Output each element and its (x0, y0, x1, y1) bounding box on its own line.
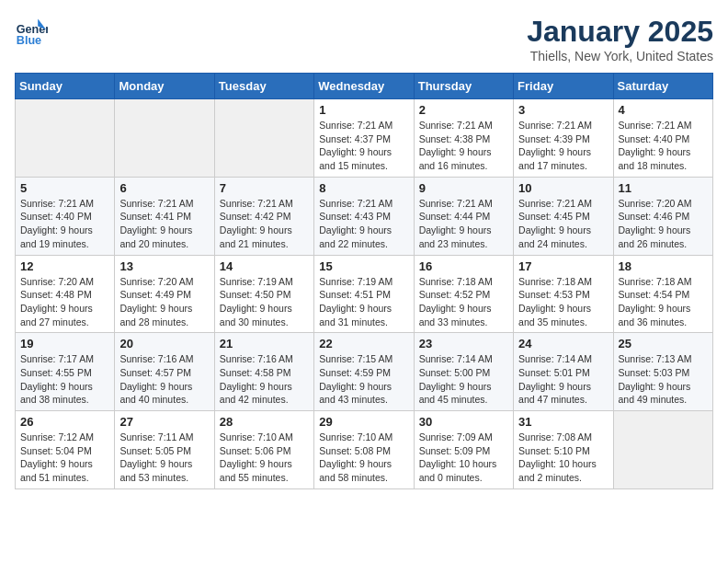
day-cell: 22Sunrise: 7:15 AM Sunset: 4:59 PM Dayli… (314, 333, 414, 411)
day-number: 12 (20, 259, 109, 273)
day-cell: 25Sunrise: 7:13 AM Sunset: 5:03 PM Dayli… (613, 333, 712, 411)
day-number: 24 (518, 337, 608, 350)
day-cell: 10Sunrise: 7:21 AM Sunset: 4:45 PM Dayli… (514, 177, 613, 255)
day-info: Sunrise: 7:21 AM Sunset: 4:38 PM Dayligh… (419, 119, 508, 173)
day-header-wednesday: Wednesday (314, 74, 414, 99)
day-cell: 31Sunrise: 7:08 AM Sunset: 5:10 PM Dayli… (514, 411, 613, 489)
day-info: Sunrise: 7:20 AM Sunset: 4:48 PM Dayligh… (20, 275, 109, 329)
day-info: Sunrise: 7:19 AM Sunset: 4:50 PM Dayligh… (220, 275, 309, 329)
day-number: 10 (518, 181, 608, 195)
day-header-tuesday: Tuesday (214, 74, 313, 99)
day-info: Sunrise: 7:15 AM Sunset: 4:59 PM Dayligh… (319, 352, 408, 407)
day-info: Sunrise: 7:21 AM Sunset: 4:45 PM Dayligh… (518, 197, 608, 251)
day-number: 21 (220, 337, 309, 350)
day-info: Sunrise: 7:18 AM Sunset: 4:52 PM Dayligh… (419, 275, 508, 329)
day-number: 30 (419, 415, 508, 429)
day-number: 7 (220, 181, 309, 195)
day-cell: 21Sunrise: 7:16 AM Sunset: 4:58 PM Dayli… (214, 333, 313, 411)
day-info: Sunrise: 7:21 AM Sunset: 4:39 PM Dayligh… (518, 119, 608, 173)
day-info: Sunrise: 7:14 AM Sunset: 5:01 PM Dayligh… (518, 352, 608, 407)
day-info: Sunrise: 7:18 AM Sunset: 4:54 PM Dayligh… (619, 275, 708, 329)
day-number: 16 (419, 259, 508, 273)
day-number: 25 (619, 337, 708, 350)
day-cell: 16Sunrise: 7:18 AM Sunset: 4:52 PM Dayli… (414, 255, 513, 333)
day-cell: 5Sunrise: 7:21 AM Sunset: 4:40 PM Daylig… (16, 177, 115, 255)
day-number: 20 (119, 337, 209, 350)
day-number: 15 (319, 259, 408, 273)
day-number: 28 (220, 415, 309, 429)
day-cell: 6Sunrise: 7:21 AM Sunset: 4:41 PM Daylig… (115, 177, 214, 255)
day-number: 26 (20, 415, 109, 429)
day-header-sunday: Sunday (16, 74, 115, 99)
calendar-table: SundayMondayTuesdayWednesdayThursdayFrid… (15, 73, 713, 489)
day-info: Sunrise: 7:19 AM Sunset: 4:51 PM Dayligh… (319, 275, 408, 329)
week-row-5: 26Sunrise: 7:12 AM Sunset: 5:04 PM Dayli… (16, 411, 713, 489)
day-cell: 1Sunrise: 7:21 AM Sunset: 4:37 PM Daylig… (314, 99, 414, 178)
day-cell: 14Sunrise: 7:19 AM Sunset: 4:50 PM Dayli… (214, 255, 313, 333)
day-info: Sunrise: 7:10 AM Sunset: 5:06 PM Dayligh… (220, 431, 309, 485)
day-number: 14 (220, 259, 309, 273)
day-info: Sunrise: 7:21 AM Sunset: 4:44 PM Dayligh… (419, 197, 508, 251)
day-number: 4 (619, 103, 708, 117)
day-cell: 7Sunrise: 7:21 AM Sunset: 4:42 PM Daylig… (214, 177, 313, 255)
day-info: Sunrise: 7:21 AM Sunset: 4:43 PM Dayligh… (319, 197, 408, 251)
day-info: Sunrise: 7:17 AM Sunset: 4:55 PM Dayligh… (20, 352, 109, 407)
day-cell: 20Sunrise: 7:16 AM Sunset: 4:57 PM Dayli… (115, 333, 214, 411)
day-number: 1 (319, 103, 408, 117)
day-number: 2 (419, 103, 508, 117)
day-cell: 29Sunrise: 7:10 AM Sunset: 5:08 PM Dayli… (314, 411, 414, 489)
day-number: 19 (20, 337, 109, 350)
week-row-4: 19Sunrise: 7:17 AM Sunset: 4:55 PM Dayli… (16, 333, 713, 411)
day-number: 17 (518, 259, 608, 273)
day-cell: 13Sunrise: 7:20 AM Sunset: 4:49 PM Dayli… (115, 255, 214, 333)
day-header-friday: Friday (514, 74, 613, 99)
location: Thiells, New York, United States (527, 49, 713, 63)
day-cell (115, 99, 214, 178)
day-info: Sunrise: 7:16 AM Sunset: 4:58 PM Dayligh… (220, 352, 309, 407)
day-cell: 12Sunrise: 7:20 AM Sunset: 4:48 PM Dayli… (16, 255, 115, 333)
week-row-3: 12Sunrise: 7:20 AM Sunset: 4:48 PM Dayli… (16, 255, 713, 333)
day-cell: 15Sunrise: 7:19 AM Sunset: 4:51 PM Dayli… (314, 255, 414, 333)
day-number: 6 (119, 181, 209, 195)
month-title: January 2025 (527, 15, 713, 49)
day-info: Sunrise: 7:13 AM Sunset: 5:03 PM Dayligh… (619, 352, 708, 407)
day-number: 8 (319, 181, 408, 195)
day-number: 11 (619, 181, 708, 195)
day-cell: 23Sunrise: 7:14 AM Sunset: 5:00 PM Dayli… (414, 333, 513, 411)
day-cell (613, 411, 712, 489)
day-info: Sunrise: 7:21 AM Sunset: 4:37 PM Dayligh… (319, 119, 408, 173)
day-cell: 19Sunrise: 7:17 AM Sunset: 4:55 PM Dayli… (16, 333, 115, 411)
day-cell: 9Sunrise: 7:21 AM Sunset: 4:44 PM Daylig… (414, 177, 513, 255)
day-info: Sunrise: 7:20 AM Sunset: 4:46 PM Dayligh… (619, 197, 708, 251)
day-info: Sunrise: 7:10 AM Sunset: 5:08 PM Dayligh… (319, 431, 408, 485)
day-number: 18 (619, 259, 708, 273)
day-info: Sunrise: 7:14 AM Sunset: 5:00 PM Dayligh… (419, 352, 508, 407)
day-cell: 24Sunrise: 7:14 AM Sunset: 5:01 PM Dayli… (514, 333, 613, 411)
day-info: Sunrise: 7:16 AM Sunset: 4:57 PM Dayligh… (119, 352, 209, 407)
day-number: 5 (20, 181, 109, 195)
day-info: Sunrise: 7:11 AM Sunset: 5:05 PM Dayligh… (119, 431, 209, 485)
day-number: 29 (319, 415, 408, 429)
day-cell (214, 99, 313, 178)
day-number: 13 (119, 259, 209, 273)
day-cell: 8Sunrise: 7:21 AM Sunset: 4:43 PM Daylig… (314, 177, 414, 255)
day-cell: 11Sunrise: 7:20 AM Sunset: 4:46 PM Dayli… (613, 177, 712, 255)
day-cell: 2Sunrise: 7:21 AM Sunset: 4:38 PM Daylig… (414, 99, 513, 178)
day-info: Sunrise: 7:21 AM Sunset: 4:42 PM Dayligh… (220, 197, 309, 251)
logo-icon: General Blue (15, 15, 48, 48)
day-number: 3 (518, 103, 608, 117)
day-number: 22 (319, 337, 408, 350)
day-header-saturday: Saturday (613, 74, 712, 99)
day-number: 9 (419, 181, 508, 195)
day-info: Sunrise: 7:20 AM Sunset: 4:49 PM Dayligh… (119, 275, 209, 329)
day-number: 23 (419, 337, 508, 350)
day-cell: 26Sunrise: 7:12 AM Sunset: 5:04 PM Dayli… (16, 411, 115, 489)
day-number: 31 (518, 415, 608, 429)
day-header-monday: Monday (115, 74, 214, 99)
day-info: Sunrise: 7:21 AM Sunset: 4:40 PM Dayligh… (20, 197, 109, 251)
day-number: 27 (119, 415, 209, 429)
day-info: Sunrise: 7:12 AM Sunset: 5:04 PM Dayligh… (20, 431, 109, 485)
title-block: January 2025 Thiells, New York, United S… (527, 15, 713, 63)
day-info: Sunrise: 7:18 AM Sunset: 4:53 PM Dayligh… (518, 275, 608, 329)
day-cell: 27Sunrise: 7:11 AM Sunset: 5:05 PM Dayli… (115, 411, 214, 489)
